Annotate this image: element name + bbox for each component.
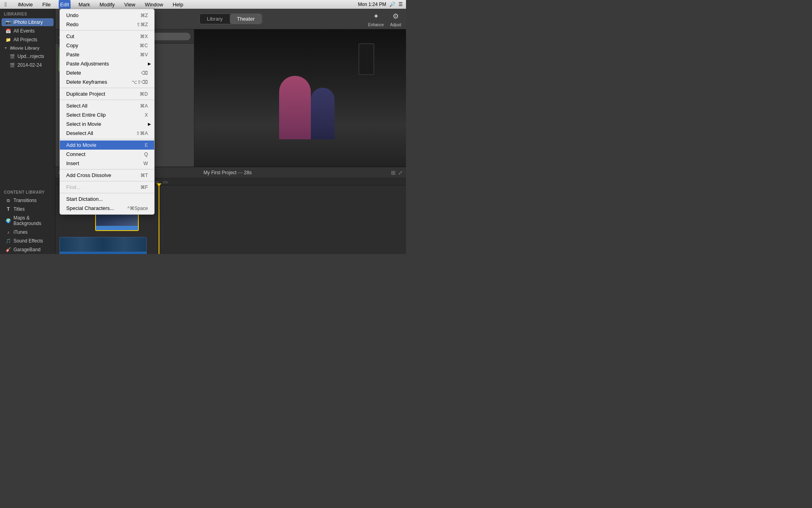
imovie-menu[interactable]: iMovie [16, 0, 34, 9]
special-characters-menu-item[interactable]: Special Characters... ^⌘Space [60, 204, 154, 213]
delete-keyframes-menu-item[interactable]: Delete Keyframes ⌥⇧⌫ [60, 77, 154, 87]
apple-menu[interactable]:  [3, 0, 8, 9]
search-icon[interactable]: 🔎 [389, 2, 395, 7]
separator-5 [60, 169, 154, 169]
sidebar-item-maps-label: Maps & Backgrounds [13, 215, 50, 226]
delete-menu-item[interactable]: Delete ⌫ [60, 68, 154, 77]
separator-1 [60, 30, 154, 31]
insert-menu-item[interactable]: Insert W [60, 159, 154, 168]
timeline-fullscreen-icon[interactable]: ⤢ [398, 169, 403, 176]
sidebar-item-2014-label: 2014-02-24 [17, 62, 42, 68]
mark-menu[interactable]: Mark [77, 0, 92, 9]
project-icon-2: 🎬 [10, 62, 15, 68]
sidebar-item-titles[interactable]: T Titles [2, 205, 54, 213]
separator-2 [60, 88, 154, 88]
enhance-button[interactable]: ✦ Enhance [368, 11, 384, 27]
sidebar-item-allevents[interactable]: 📅 All Events [2, 27, 54, 35]
audio-clip[interactable] [59, 237, 147, 254]
playhead-triangle [157, 183, 161, 187]
sidebar-item-2014[interactable]: 🎬 2014-02-24 [2, 61, 54, 69]
titles-icon: T [6, 206, 11, 212]
theater-tab[interactable]: Theater [230, 14, 262, 24]
cut-menu-item[interactable]: Cut ⌘X [60, 32, 154, 41]
adjust-button[interactable]: ⚙ Adjust [390, 11, 401, 27]
video-figure-2 [311, 88, 335, 139]
start-dictation-menu-item[interactable]: Start Dictation... [60, 194, 154, 204]
sidebar-item-transitions[interactable]: ⧉ Transitions [2, 196, 54, 204]
sidebar-item-updrojects-label: Upd...rojects [17, 54, 44, 59]
paste-adjustments-menu-item[interactable]: Paste Adjustments ▶ [60, 59, 154, 68]
sidebar-item-titles-label: Titles [13, 206, 25, 212]
sidebar-item-soundeffects[interactable]: 🎵 Sound Effects [2, 237, 54, 245]
select-in-movie-menu-item[interactable]: Select in Movie ▶ [60, 119, 154, 129]
paste-menu-item[interactable]: Paste ⌘V [60, 50, 154, 59]
all-projects-icon: 📁 [6, 37, 11, 42]
itunes-icon: ♪ [6, 229, 11, 235]
adjust-icon: ⚙ [390, 11, 401, 22]
add-to-movie-menu-item[interactable]: Add to Movie E [60, 140, 154, 150]
add-cross-dissolve-menu-item[interactable]: Add Cross Dissolve ⌘T [60, 171, 154, 180]
sidebar-item-allevents-label: All Events [13, 28, 34, 34]
clip-thumb-bar [96, 226, 138, 231]
sidebar-item-iphoto[interactable]: 📷 iPhoto Library [2, 18, 54, 26]
select-all-menu-item[interactable]: Select All ⌘A [60, 101, 154, 110]
imovie-library-label: iMovie Library [10, 46, 40, 50]
garageband-icon: 🎸 [6, 247, 11, 252]
select-in-movie-arrow-icon: ▶ [148, 122, 151, 126]
timeline-playhead[interactable] [159, 185, 159, 254]
undo-menu-item[interactable]: Undo ⌘Z [60, 11, 154, 20]
file-menu[interactable]: File [41, 0, 52, 9]
sidebar-item-garageband[interactable]: 🎸 GarageBand [2, 246, 54, 254]
audio-track [56, 237, 406, 254]
disclosure-icon: ▼ [4, 46, 8, 50]
sidebar: LIBRARIES 📷 iPhoto Library 📅 All Events … [0, 9, 56, 254]
libraries-section-title: LIBRARIES [0, 9, 55, 18]
adjust-label: Adjust [390, 23, 401, 27]
timeline-zoom-icon[interactable]: ⊞ [391, 169, 396, 176]
sidebar-item-transitions-label: Transitions [13, 198, 36, 203]
library-tab[interactable]: Library [200, 14, 230, 24]
deselect-all-menu-item[interactable]: Deselect All ⇧⌘A [60, 129, 154, 138]
sidebar-item-iphoto-label: iPhoto Library [13, 19, 43, 25]
modify-menu[interactable]: Modify [98, 0, 116, 9]
content-library-title: CONTENT LIBRARY [0, 187, 55, 196]
transitions-icon: ⧉ [6, 198, 11, 203]
maps-icon: 🌍 [6, 218, 11, 223]
project-icon-1: 🎬 [10, 54, 15, 59]
redo-menu-item[interactable]: Redo ⇧⌘Z [60, 20, 154, 29]
control-strip-icon[interactable]: ☰ [398, 2, 403, 7]
separator-3 [60, 100, 154, 100]
imovie-library-header[interactable]: ▼ iMovie Library [0, 44, 55, 52]
sidebar-item-maps[interactable]: 🌍 Maps & Backgrounds [2, 214, 54, 227]
preview-area [194, 29, 406, 167]
find-menu-item[interactable]: Find... ⌘F [60, 183, 154, 192]
window-menu[interactable]: Window [143, 0, 165, 9]
copy-menu-item[interactable]: Copy ⌘C [60, 41, 154, 50]
duplicate-project-menu-item[interactable]: Duplicate Project ⌘D [60, 89, 154, 98]
submenu-arrow-icon: ▶ [148, 62, 151, 66]
iphoto-icon: 📷 [6, 19, 11, 25]
view-menu[interactable]: View [123, 0, 137, 9]
sidebar-item-itunes-label: iTunes [13, 229, 28, 235]
help-menu[interactable]: Help [171, 0, 185, 9]
timeline-controls: ⊞ ⤢ [391, 169, 403, 176]
enhance-label: Enhance [368, 23, 384, 27]
connect-menu-item[interactable]: Connect Q [60, 150, 154, 159]
select-entire-clip-menu-item[interactable]: Select Entire Clip X [60, 110, 154, 119]
toolbar-right: ✦ Enhance ⚙ Adjust [368, 11, 401, 27]
ruler-mark-28: 28s [163, 178, 169, 185]
sidebar-item-allprojects[interactable]: 📁 All Projects [2, 36, 54, 44]
menubar-right: Mon 1:24 PM 🔎 ☰ [358, 2, 403, 7]
sidebar-item-garageband-label: GarageBand [13, 247, 40, 252]
enhance-icon: ✦ [370, 11, 381, 22]
menubar-datetime: Mon 1:24 PM [358, 2, 386, 7]
soundeffects-icon: 🎵 [6, 238, 11, 244]
sidebar-item-updrojects[interactable]: 🎬 Upd...rojects [2, 52, 54, 60]
library-theater-toggle: Library Theater [199, 13, 262, 24]
video-speaker [358, 43, 374, 75]
video-preview [194, 29, 406, 167]
sidebar-item-itunes[interactable]: ♪ iTunes [2, 228, 54, 236]
edit-menu[interactable]: Edit [59, 0, 71, 9]
separator-4 [60, 139, 154, 139]
sidebar-item-soundeffects-label: Sound Effects [13, 238, 43, 244]
